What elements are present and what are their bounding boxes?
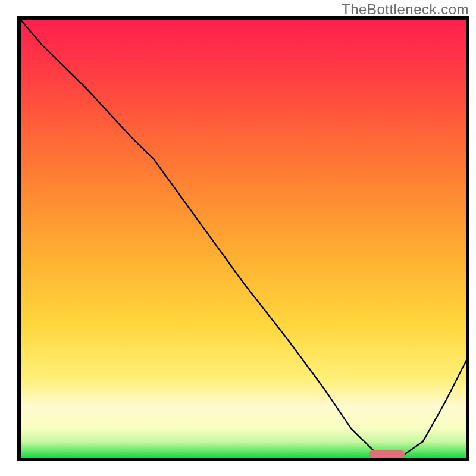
watermark-text: TheBottleneck.com — [342, 1, 469, 18]
bottleneck-chart — [0, 0, 476, 476]
optimal-range-marker — [369, 450, 405, 458]
chart-container: { "watermark": "TheBottleneck.com", "cha… — [0, 0, 476, 476]
plot-area — [19, 18, 468, 459]
